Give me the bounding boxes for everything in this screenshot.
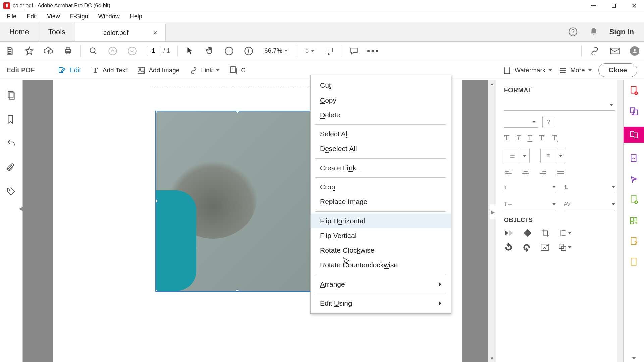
character-spacing-dropdown[interactable]: AV: [564, 199, 615, 210]
comment-tool-icon[interactable]: [629, 174, 639, 184]
ctx-create-link[interactable]: Create Link...: [311, 161, 451, 175]
undo-history-icon[interactable]: [7, 139, 16, 148]
underline-button[interactable]: T: [527, 133, 532, 143]
arrange-obj-button[interactable]: [558, 243, 571, 251]
watermark-button[interactable]: Watermark: [503, 66, 552, 74]
align-right-button[interactable]: [539, 169, 547, 176]
right-panel-collapse-icon[interactable]: ▶: [490, 204, 496, 219]
tab-tools[interactable]: Tools: [39, 22, 75, 41]
more-button[interactable]: More: [559, 66, 591, 74]
numbered-list-button[interactable]: ≡: [540, 149, 566, 163]
scroll-up-icon[interactable]: ▲: [488, 80, 496, 88]
read-mode-icon[interactable]: [324, 46, 334, 56]
rotate-cw-obj-button[interactable]: [522, 243, 531, 252]
format-help-icon[interactable]: ?: [542, 116, 554, 128]
selected-image[interactable]: [155, 111, 320, 292]
vertical-scrollbar[interactable]: ▲ ▼: [488, 80, 496, 362]
paragraph-spacing-dropdown[interactable]: ⇅: [564, 182, 615, 193]
zoom-out-icon[interactable]: [224, 46, 234, 56]
bold-button[interactable]: T: [504, 133, 509, 143]
menu-file[interactable]: File: [2, 12, 21, 21]
panel-scrollbar[interactable]: [617, 80, 623, 362]
add-image-button[interactable]: Add Image: [137, 66, 179, 74]
menu-esign[interactable]: E-Sign: [65, 12, 93, 21]
sign-tool-icon[interactable]: [629, 153, 639, 164]
edit-button[interactable]: Edit: [58, 66, 81, 74]
zoom-in-icon[interactable]: [244, 46, 254, 56]
sign-in-link[interactable]: Sign In: [609, 27, 634, 36]
ctx-edit-using[interactable]: Edit Using: [311, 296, 451, 311]
tags-icon[interactable]: [7, 187, 16, 196]
align-left-button[interactable]: [504, 169, 512, 176]
page-up-icon[interactable]: [108, 46, 118, 56]
add-text-button[interactable]: T Add Text: [91, 66, 127, 74]
zoom-dropdown[interactable]: 66.7%: [263, 46, 289, 55]
search-icon[interactable]: [88, 46, 98, 56]
comment-icon[interactable]: [349, 46, 359, 56]
rotate-ccw-obj-button[interactable]: [504, 243, 513, 252]
send-tool-icon[interactable]: [629, 236, 639, 247]
page-number-field[interactable]: / 1: [147, 46, 170, 56]
print-icon[interactable]: [63, 46, 73, 56]
flip-horizontal-obj-button[interactable]: [504, 229, 514, 237]
export-tool-icon[interactable]: [629, 194, 639, 205]
ctx-replace-image[interactable]: Replace Image: [311, 194, 451, 209]
share-link-icon[interactable]: [590, 46, 600, 56]
resize-handle-bl[interactable]: [155, 289, 158, 292]
account-avatar-icon[interactable]: [630, 46, 639, 56]
organize-tool-icon[interactable]: [629, 215, 639, 226]
notification-bell-icon[interactable]: [589, 27, 599, 37]
menu-edit[interactable]: Edit: [22, 12, 42, 21]
align-center-button[interactable]: [522, 169, 530, 176]
ctx-rotate-ccw[interactable]: Rotate Counterclockwise: [311, 258, 451, 273]
maximize-button[interactable]: [604, 0, 624, 11]
crop-obj-button[interactable]: [541, 229, 550, 237]
more-tools-icon[interactable]: •••: [368, 46, 378, 56]
ctx-arrange[interactable]: Arrange: [311, 277, 451, 292]
create-pdf-tool-icon[interactable]: [629, 85, 639, 96]
hand-tool-icon[interactable]: [205, 46, 215, 56]
combine-tool-icon[interactable]: [629, 106, 639, 117]
thumbnails-icon[interactable]: [7, 90, 16, 100]
ctx-crop[interactable]: Crop: [311, 180, 451, 194]
resize-handle-tm[interactable]: [236, 111, 239, 113]
rail-more-icon[interactable]: [632, 357, 636, 359]
page-down-icon[interactable]: [127, 46, 137, 56]
align-objects-button[interactable]: [559, 229, 571, 237]
selection-arrow-icon[interactable]: [185, 46, 195, 56]
attachments-icon[interactable]: [7, 163, 16, 172]
cloud-upload-icon[interactable]: [44, 46, 54, 56]
resize-handle-tl[interactable]: [155, 111, 158, 113]
document-tab-close-icon[interactable]: ✕: [153, 29, 157, 36]
fit-width-icon[interactable]: [304, 46, 314, 56]
minimize-button[interactable]: [584, 0, 604, 11]
ctx-copy[interactable]: Copy: [311, 93, 451, 108]
link-button[interactable]: Link: [190, 66, 219, 74]
ctx-select-all[interactable]: Select All: [311, 127, 451, 141]
subscript-button[interactable]: T₁: [552, 133, 559, 143]
crop-pages-button[interactable]: C: [229, 66, 246, 74]
superscript-button[interactable]: T¹: [539, 133, 545, 143]
resize-handle-bm[interactable]: [236, 289, 239, 292]
page-current-input[interactable]: [147, 46, 160, 56]
ctx-delete[interactable]: Delete: [311, 108, 451, 122]
ctx-cut[interactable]: Cut: [311, 78, 451, 93]
close-window-button[interactable]: ✕: [624, 0, 644, 11]
replace-image-obj-button[interactable]: [540, 243, 549, 251]
menu-window[interactable]: Window: [94, 12, 124, 21]
edit-pdf-tool-icon[interactable]: [624, 127, 644, 143]
menu-help[interactable]: Help: [125, 12, 147, 21]
italic-button[interactable]: T: [516, 133, 521, 143]
ctx-rotate-cw[interactable]: Rotate Clockwise: [311, 243, 451, 258]
ctx-flip-vertical[interactable]: Flip Vertical: [311, 228, 451, 243]
save-icon[interactable]: [5, 46, 15, 56]
tab-document[interactable]: color.pdf ✕: [75, 23, 166, 41]
font-size-dropdown[interactable]: [504, 116, 538, 128]
horizontal-scale-dropdown[interactable]: T↔: [504, 199, 556, 210]
help-icon[interactable]: [568, 27, 578, 37]
tab-home[interactable]: Home: [0, 22, 39, 41]
font-family-dropdown[interactable]: [504, 99, 615, 111]
star-icon[interactable]: [24, 46, 34, 56]
flip-vertical-obj-button[interactable]: [523, 228, 532, 238]
ctx-flip-horizontal[interactable]: Flip Horizontal: [311, 214, 451, 228]
